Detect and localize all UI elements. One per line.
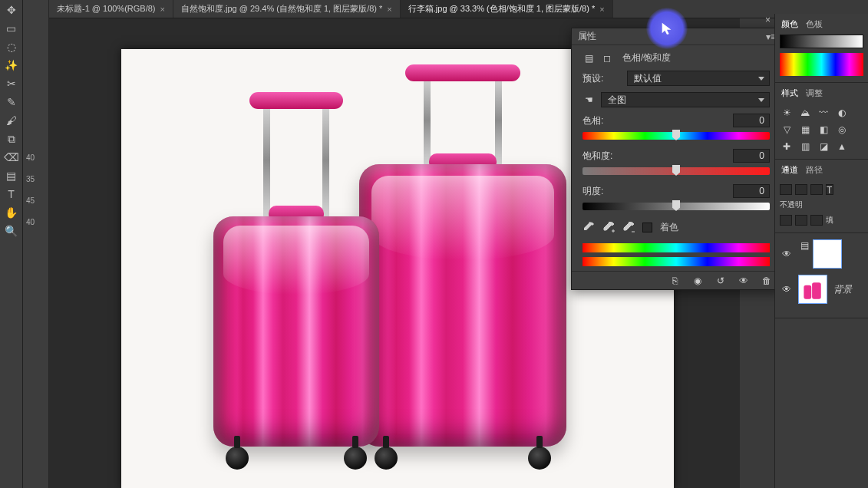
wand-tool-icon[interactable]: ✨ — [1, 57, 22, 74]
preset-channel-mixer-icon[interactable]: ✚ — [780, 140, 794, 153]
lock-pixels-icon[interactable] — [780, 215, 792, 226]
preset-invert-icon[interactable]: ◪ — [817, 140, 830, 153]
adjustment-layer-icon: ▤ — [798, 239, 810, 252]
preset-hue-icon[interactable]: ▦ — [798, 124, 812, 136]
targeted-adjust-icon[interactable]: ☚ — [583, 94, 595, 106]
meas-value: 40 — [23, 153, 48, 175]
slider-thumb[interactable] — [672, 165, 680, 176]
preset-brightness-icon[interactable]: ☀ — [780, 107, 794, 119]
hand-tool-icon[interactable]: ✋ — [1, 204, 22, 221]
fill-label: 填 — [826, 215, 833, 226]
layer-mask-thumbnail[interactable] — [813, 239, 842, 269]
tab-label: 行李箱.jpg @ 33.3% (色相/饱和度 1, 图层蒙版/8) * — [408, 3, 595, 15]
type-tool-icon[interactable]: T — [1, 186, 22, 203]
preset-bw-icon[interactable]: ◧ — [817, 124, 830, 136]
preset-exposure-icon[interactable]: ◐ — [835, 107, 849, 119]
eyedropper-minus-icon[interactable] — [622, 222, 635, 234]
lightness-label: 明度: — [583, 185, 621, 198]
preset-posterize-icon[interactable]: ▲ — [835, 140, 849, 153]
color-field[interactable] — [780, 53, 863, 76]
panel-footer: ⎘ ◉ ↺ 👁 🗑 — [572, 271, 781, 289]
lightness-slider[interactable] — [583, 203, 770, 210]
tab-channels[interactable]: 通道 — [781, 164, 798, 176]
clone-tool-icon[interactable]: ⧉ — [1, 130, 22, 147]
preset-levels-icon[interactable]: ⛰ — [798, 107, 812, 119]
meas-value: 35 — [23, 175, 48, 196]
marquee-tool-icon[interactable]: ▭ — [1, 20, 22, 37]
saturation-slider[interactable] — [583, 167, 770, 175]
visibility-icon[interactable]: 👁 — [781, 249, 792, 259]
preset-photo-filter-icon[interactable]: ◎ — [835, 124, 849, 136]
brush-tool-icon[interactable]: 🖌 — [1, 112, 22, 129]
layer-thumbnail[interactable] — [798, 275, 827, 304]
tab-styles[interactable]: 样式 — [781, 87, 798, 99]
layers-palette: 👁 ▤ 👁 背景 — [775, 233, 868, 318]
options-strip: 40 35 45 40 — [23, 0, 49, 488]
filter-pixel-icon[interactable] — [795, 184, 807, 195]
move-tool-icon[interactable]: ✥ — [1, 2, 22, 18]
gradient-tool-icon[interactable]: ▤ — [1, 167, 22, 184]
document-tab[interactable]: 自然饱和度.jpg @ 29.4% (自然饱和度 1, 图层蒙版/8) * × — [173, 0, 401, 18]
eyedropper-plus-icon[interactable] — [602, 222, 615, 234]
preset-label: 预设: — [583, 72, 621, 85]
tab-paths[interactable]: 路径 — [806, 164, 823, 176]
visibility-icon[interactable]: 👁 — [781, 284, 792, 295]
adjustment-presets: ☀ ⛰ 〰 ◐ ▽ ▦ ◧ ◎ ✚ ▥ ◪ ▲ — [780, 104, 863, 153]
layer-name[interactable]: 背景 — [833, 283, 852, 296]
spectrum-before — [583, 243, 770, 252]
close-icon[interactable]: × — [387, 5, 391, 14]
filter-adjust-icon[interactable] — [810, 184, 823, 195]
reset-icon[interactable]: ↺ — [715, 275, 727, 287]
layer-row[interactable]: 👁 背景 — [780, 272, 863, 307]
styles-palette: 样式 调整 ☀ ⛰ 〰 ◐ ▽ ▦ ◧ ◎ ✚ ▥ ◪ ▲ — [775, 83, 868, 160]
slider-thumb[interactable] — [672, 130, 680, 140]
lasso-tool-icon[interactable]: ◌ — [1, 38, 22, 55]
layer-row[interactable]: 👁 ▤ — [780, 236, 863, 272]
hue-slider[interactable] — [583, 132, 770, 140]
slider-thumb[interactable] — [672, 200, 680, 211]
eyedropper-icon[interactable] — [583, 222, 595, 234]
clip-to-layer-icon[interactable]: ⎘ — [668, 275, 681, 287]
document-tab[interactable]: 行李箱.jpg @ 33.3% (色相/饱和度 1, 图层蒙版/8) * × — [401, 0, 613, 18]
gray-ramp[interactable] — [780, 35, 863, 48]
preset-select[interactable]: 默认值 — [627, 71, 770, 86]
preset-lookup-icon[interactable]: ▥ — [798, 140, 812, 153]
document-tab-bar: 未标题-1 @ 100%(RGB/8) × 自然饱和度.jpg @ 29.4% … — [0, 0, 868, 18]
tab-adjust[interactable]: 调整 — [806, 87, 823, 99]
blend-mode-select[interactable] — [780, 184, 792, 195]
panel-title: 属性 — [578, 30, 596, 43]
lock-position-icon[interactable] — [795, 215, 807, 226]
meas-value: 40 — [23, 218, 48, 239]
preset-vibrance-icon[interactable]: ▽ — [780, 124, 794, 136]
visibility-icon[interactable]: 👁 — [738, 275, 750, 287]
saturation-value-input[interactable]: 0 — [733, 149, 770, 163]
hue-value-input[interactable]: 0 — [733, 114, 770, 127]
tool-palette: ✥ ▭ ◌ ✨ ✂ ✎ 🖌 ⧉ ⌫ ▤ T ✋ 🔍 — [0, 0, 23, 488]
preset-value: 默认值 — [634, 72, 662, 85]
range-select[interactable]: 全图 — [601, 92, 770, 107]
zoom-tool-icon[interactable]: 🔍 — [1, 223, 22, 239]
tab-label: 未标题-1 @ 100%(RGB/8) — [57, 3, 156, 15]
cursor-icon — [660, 21, 674, 35]
close-icon[interactable]: × — [160, 5, 165, 14]
properties-panel[interactable]: × 属性 ▾≡ ▤ ◻ 色相/饱和度 预设: 默认值 ☚ 全图 色相: 0 饱和… — [571, 28, 781, 290]
colorize-label: 着色 — [660, 221, 678, 234]
lock-all-icon[interactable] — [810, 215, 823, 226]
lightness-value-input[interactable]: 0 — [733, 184, 770, 198]
close-icon[interactable]: × — [599, 5, 604, 14]
tab-color[interactable]: 颜色 — [781, 18, 798, 30]
trash-icon[interactable]: 🗑 — [761, 275, 773, 287]
right-dock: 颜色 色板 样式 调整 ☀ ⛰ 〰 ◐ ▽ ▦ ◧ ◎ ✚ ▥ ◪ ▲ 通道 路… — [774, 14, 868, 488]
eraser-tool-icon[interactable]: ⌫ — [1, 149, 22, 166]
svg-rect-1 — [812, 282, 821, 298]
crop-tool-icon[interactable]: ✂ — [1, 75, 22, 92]
adjustment-name: 色相/饱和度 — [622, 51, 671, 64]
document-tab[interactable]: 未标题-1 @ 100%(RGB/8) × — [49, 0, 173, 18]
colorize-checkbox[interactable] — [642, 223, 652, 232]
color-palette: 颜色 色板 — [775, 14, 868, 83]
preset-curves-icon[interactable]: 〰 — [817, 107, 830, 119]
svg-rect-0 — [804, 285, 811, 299]
eyedropper-tool-icon[interactable]: ✎ — [1, 94, 22, 110]
view-previous-icon[interactable]: ◉ — [691, 275, 704, 287]
tab-swatches[interactable]: 色板 — [806, 18, 823, 30]
